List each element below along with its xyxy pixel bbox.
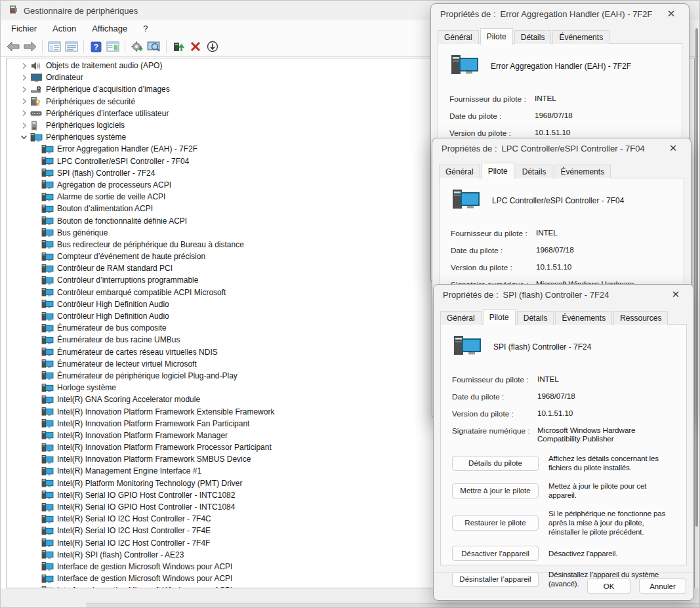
field-label: Fournisseur du pilote : [449, 94, 535, 104]
tab-general[interactable]: Général [438, 30, 479, 44]
tree-item-label: LPC Controller/eSPI Controller - 7F04 [56, 157, 189, 166]
device-name: Error Aggregation Handler (EAH) - 7F2F [491, 62, 631, 71]
system-device-icon [41, 455, 56, 464]
disable-device-button[interactable]: Désactiver l’appareil [452, 546, 539, 561]
uninstall-device-button[interactable]: Désinstaller l’appareil [452, 572, 539, 587]
tree-item-label: Intel(R) GNA Scoring Accelerator module [56, 395, 200, 404]
update-driver-button[interactable]: Mettre à jour le pilote [452, 483, 539, 498]
system-device-icon [41, 443, 56, 453]
field-label: Version du pilote : [449, 129, 535, 138]
tab-pilote[interactable]: Pilote [482, 163, 514, 179]
tree-item-label: Error Aggregation Handler (EAH) - 7F2F [56, 144, 197, 153]
security-device-icon [30, 96, 45, 106]
tree-vertical-scrollbar[interactable] [695, 28, 698, 527]
tab-ressources[interactable]: Ressources [613, 311, 668, 325]
chevron-right-icon[interactable] [18, 98, 30, 105]
system-device-icon [453, 334, 482, 359]
toolbar-separator [83, 40, 84, 53]
update-driver-icon[interactable] [129, 39, 146, 54]
back-icon[interactable] [5, 39, 22, 54]
dialog-titlebar: Propriétés de :LPC Controller/eSPI Contr… [432, 138, 691, 158]
disable-device-icon[interactable] [204, 39, 221, 54]
close-icon[interactable]: ✕ [667, 286, 684, 303]
add-driver-icon[interactable] [170, 39, 187, 54]
console-tree-icon[interactable] [46, 39, 63, 54]
field-value: 10.1.51.10 [537, 409, 675, 418]
tab-details[interactable]: Détails [514, 30, 552, 44]
action-pane-icon[interactable] [104, 39, 121, 54]
tree-item-label: Intel(R) Innovation Platform Framework S… [56, 455, 251, 464]
uninstall-device-icon[interactable] [187, 39, 204, 54]
system-device-icon [41, 502, 56, 512]
tree-item-label: Intel(R) Platform Monitoring Technology … [56, 479, 243, 488]
system-device-icon [41, 359, 56, 369]
system-device-icon [41, 264, 56, 274]
menu-fichier[interactable]: Fichier [3, 22, 45, 35]
tree-item-label: Intel(R) Serial IO GPIO Host Controller … [56, 502, 235, 512]
close-icon[interactable]: ✕ [665, 140, 682, 157]
chevron-right-icon[interactable] [18, 122, 30, 129]
field-value: 1968/07/18 [535, 111, 670, 121]
system-device-icon [41, 490, 56, 500]
system-device-icon [41, 323, 56, 333]
audio-processing-icon [30, 61, 45, 71]
dialog-titlebar: Propriétés de :SPI (flash) Controller - … [434, 285, 693, 304]
tree-item-label: Compteur d’événement de haute précision [56, 252, 205, 261]
tab-pilote[interactable]: Pilote [483, 309, 516, 325]
system-device-icon [41, 574, 56, 584]
menu-affichage[interactable]: Affichage [84, 22, 135, 35]
field-value: INTEL [535, 94, 670, 104]
system-device-icon [41, 216, 56, 226]
system-device-icon [41, 395, 56, 405]
tree-item-label: Contrôleur High Definition Audio [56, 300, 169, 309]
tree-item-label: Interface de gestion Microsoft Windows p… [56, 574, 232, 583]
menu-help[interactable]: ? [135, 22, 155, 35]
system-device-icon [41, 239, 56, 249]
tab-details[interactable]: Détails [517, 311, 554, 325]
system-device-icon [41, 204, 56, 214]
tree-item-label: Intel(R) Serial IO I2C Host Controller -… [56, 514, 211, 523]
window-bottom-edge [86, 603, 699, 607]
chevron-right-icon[interactable] [18, 110, 30, 117]
help-icon[interactable]: ? [87, 39, 104, 54]
tree-item-label: Contrôleur High Definition Audio [56, 312, 169, 321]
forward-icon[interactable] [22, 39, 39, 54]
tab-evenements[interactable]: Événements [554, 165, 611, 178]
tree-item-label: Intel(R) Serial IO GPIO Host Controller … [56, 491, 235, 500]
system-device-icon [30, 132, 45, 142]
chevron-right-icon[interactable] [18, 74, 30, 81]
tab-details[interactable]: Détails [516, 165, 553, 178]
dialog-titlebar: Propriétés de :Error Aggregation Handler… [431, 4, 689, 24]
system-device-icon [41, 287, 56, 297]
tree-item-label: Objets de traitement audio (APO) [45, 61, 162, 70]
tab-general[interactable]: Général [440, 311, 482, 325]
chevron-right-icon[interactable] [18, 62, 30, 70]
computer-icon [30, 73, 45, 83]
tree-item-label: Bouton d’alimentation ACPI [56, 204, 153, 213]
field-label: Date du pilote : [452, 392, 537, 401]
system-device-icon [41, 180, 56, 190]
window-title: Gestionnaire de périphériques [24, 6, 138, 16]
chevron-right-icon[interactable] [18, 86, 30, 93]
tree-item-label: Intel(R) Innovation Platform Framework P… [56, 443, 272, 452]
tab-general[interactable]: Général [439, 165, 480, 178]
properties-icon[interactable] [63, 39, 80, 54]
scan-hardware-changes-icon[interactable] [146, 39, 163, 54]
system-device-icon [41, 192, 56, 202]
field-label: Fournisseur du pilote : [451, 229, 536, 238]
chevron-down-icon[interactable] [18, 134, 30, 140]
dialog-title: Propriétés de :LPC Controller/eSPI Contr… [442, 144, 645, 153]
dialog-title: Propriétés de :SPI (flash) Controller - … [443, 290, 609, 300]
system-device-icon [41, 228, 56, 237]
menu-action[interactable]: Action [45, 22, 84, 35]
tab-evenements[interactable]: Événements [552, 30, 609, 44]
close-icon[interactable]: ✕ [663, 5, 680, 22]
device-manager-app-icon [9, 5, 18, 17]
field-value: 1968/07/18 [537, 392, 675, 401]
field-label: Version du pilote : [452, 409, 537, 418]
tree-item-label: Bouton de fonctionnalité définie ACPI [56, 216, 187, 226]
rollback-driver-button[interactable]: Restaurer le pilote [452, 516, 539, 531]
driver-details-button[interactable]: Détails du pilote [452, 456, 539, 471]
tab-evenements[interactable]: Événements [555, 311, 612, 325]
tab-pilote[interactable]: Pilote [480, 28, 513, 45]
